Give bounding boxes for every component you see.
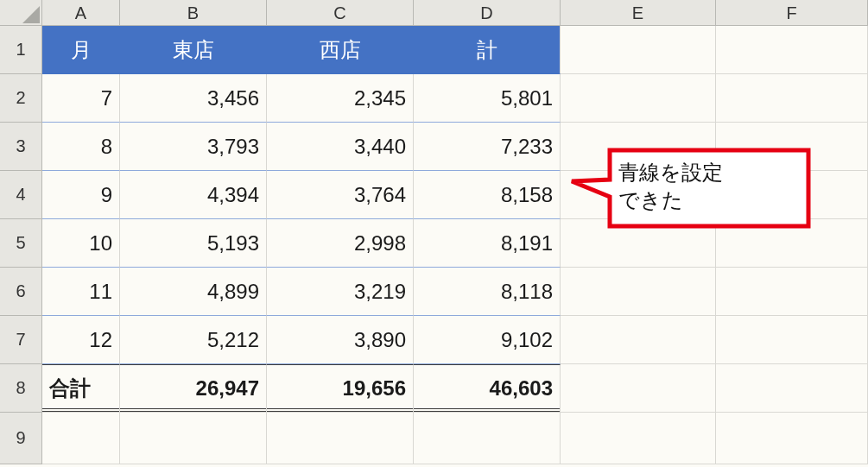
cell-D4[interactable]: 8,158 [414,171,561,219]
cell-A3[interactable]: 8 [42,123,120,171]
cell-B5[interactable]: 5,193 [120,219,267,268]
svg-marker-0 [22,6,40,23]
row-header-9[interactable]: 9 [0,413,42,464]
row-header-6[interactable]: 6 [0,268,42,316]
cell-C7[interactable]: 3,890 [267,316,414,364]
cell-D5[interactable]: 8,191 [414,219,561,268]
select-all-corner[interactable] [0,0,42,26]
cell-B3[interactable]: 3,793 [120,123,267,171]
cell-A2[interactable]: 7 [42,74,120,123]
cell-A6[interactable]: 11 [42,268,120,316]
cell-D3[interactable]: 7,233 [414,123,561,171]
cell-F9[interactable] [716,413,868,464]
cell-A5[interactable]: 10 [42,219,120,268]
cell-B9[interactable] [120,413,267,464]
cell-B6[interactable]: 4,899 [120,268,267,316]
cell-A7[interactable]: 12 [42,316,120,364]
cell-F8[interactable] [716,364,868,413]
cell-A4[interactable]: 9 [42,171,120,219]
row-5: 5 10 5,193 2,998 8,191 [0,219,868,268]
cell-E1[interactable] [561,26,716,74]
row-3: 3 8 3,793 3,440 7,233 [0,123,868,171]
cell-B4[interactable]: 4,394 [120,171,267,219]
cell-E2[interactable] [561,74,716,123]
cell-F3[interactable] [716,123,868,171]
cell-B2[interactable]: 3,456 [120,74,267,123]
cell-F2[interactable] [716,74,868,123]
row-9: 9 [0,413,868,464]
cell-D9[interactable] [414,413,561,464]
cell-D1[interactable]: 計 [414,26,561,74]
cell-F1[interactable] [716,26,868,74]
col-header-A[interactable]: A [42,0,120,26]
cell-E9[interactable] [561,413,716,464]
cell-E8[interactable] [561,364,716,413]
col-header-D[interactable]: D [414,0,561,26]
cell-B8[interactable]: 26,947 [120,364,267,413]
cell-E4[interactable] [561,171,716,219]
row-header-2[interactable]: 2 [0,74,42,123]
select-all-triangle-icon [22,6,40,23]
row-header-4[interactable]: 4 [0,171,42,219]
row-2: 2 7 3,456 2,345 5,801 [0,74,868,123]
cell-F5[interactable] [716,219,868,268]
cell-A8[interactable]: 合計 [42,364,120,413]
cell-E6[interactable] [561,268,716,316]
cell-F6[interactable] [716,268,868,316]
cell-E7[interactable] [561,316,716,364]
cell-B7[interactable]: 5,212 [120,316,267,364]
row-6: 6 11 4,899 3,219 8,118 [0,268,868,316]
cell-A9[interactable] [42,413,120,464]
row-header-8[interactable]: 8 [0,364,42,413]
col-header-C[interactable]: C [267,0,414,26]
cell-A1[interactable]: 月 [42,26,120,74]
col-header-E[interactable]: E [561,0,716,26]
cell-F7[interactable] [716,316,868,364]
spreadsheet: A B C D E F 1 月 東店 西店 計 2 7 3,456 2,345 … [0,0,868,467]
cell-C6[interactable]: 3,219 [267,268,414,316]
cell-C2[interactable]: 2,345 [267,74,414,123]
cell-C5[interactable]: 2,998 [267,219,414,268]
col-header-F[interactable]: F [716,0,868,26]
cell-C9[interactable] [267,413,414,464]
cell-D7[interactable]: 9,102 [414,316,561,364]
row-header-3[interactable]: 3 [0,123,42,171]
row-header-1[interactable]: 1 [0,26,42,74]
cell-D8[interactable]: 46,603 [414,364,561,413]
row-7: 7 12 5,212 3,890 9,102 [0,316,868,364]
row-8: 8 合計 26,947 19,656 46,603 [0,364,868,413]
cell-E5[interactable] [561,219,716,268]
cell-E3[interactable] [561,123,716,171]
row-header-5[interactable]: 5 [0,219,42,268]
cell-D6[interactable]: 8,118 [414,268,561,316]
cell-C4[interactable]: 3,764 [267,171,414,219]
col-header-B[interactable]: B [120,0,267,26]
cell-F4[interactable] [716,171,868,219]
row-4: 4 9 4,394 3,764 8,158 [0,171,868,219]
row-header-7[interactable]: 7 [0,316,42,364]
column-header-row: A B C D E F [0,0,868,26]
cell-B1[interactable]: 東店 [120,26,267,74]
cell-C1[interactable]: 西店 [267,26,414,74]
cell-C3[interactable]: 3,440 [267,123,414,171]
cell-C8[interactable]: 19,656 [267,364,414,413]
cell-D2[interactable]: 5,801 [414,74,561,123]
row-1: 1 月 東店 西店 計 [0,26,868,74]
